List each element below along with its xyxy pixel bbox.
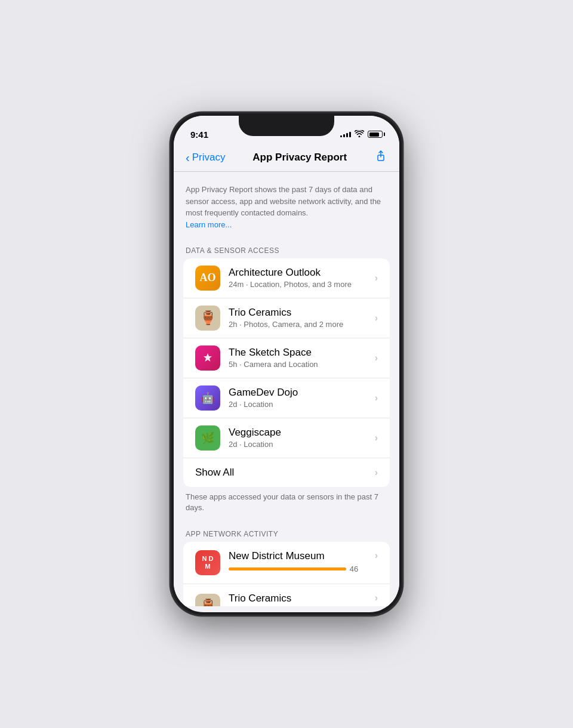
chevron-right-icon: › [375, 467, 378, 478]
volume-up-button [170, 196, 171, 217]
status-time: 9:41 [190, 129, 208, 140]
chevron-right-icon: › [375, 313, 378, 323]
chevron-right-icon: › [375, 273, 378, 283]
app-icon-veggie: 🌿 [195, 425, 220, 451]
wifi-icon [355, 130, 364, 139]
app-icon-ndm: N D M [195, 550, 220, 575]
app-name: Trio Ceramics [229, 307, 370, 319]
chevron-right-icon: › [375, 393, 378, 403]
app-subtitle: 2d · Location [229, 400, 370, 409]
item-text: GameDev Dojo 2d · Location [229, 387, 370, 409]
page-title: App Privacy Report [252, 152, 347, 164]
network-activity-header: APP NETWORK ACTIVITY [174, 523, 399, 542]
list-item[interactable]: 🏺 Trio Ceramics 30 › [183, 584, 390, 606]
back-button[interactable]: ‹ Privacy [186, 152, 225, 164]
data-sensor-section: DATA & SENSOR ACCESS AO Architecture Out… [174, 239, 399, 523]
back-label: Privacy [192, 152, 226, 164]
list-item[interactable]: AO Architecture Outlook 24m · Location, … [183, 258, 390, 298]
show-all-label: Show All [195, 467, 234, 479]
app-subtitle: 24m · Location, Photos, and 3 more [229, 280, 370, 289]
back-chevron-icon: ‹ [186, 152, 190, 164]
volume-down-button [170, 224, 171, 246]
network-activity-list: N D M New District Museum 46 [183, 542, 390, 606]
network-count: 46 [350, 564, 362, 573]
app-name: Architecture Outlook [229, 267, 370, 279]
status-icons [340, 130, 383, 139]
item-text: Trio Ceramics 30 [229, 593, 370, 606]
list-item[interactable]: 🌿 Veggiscape 2d · Location › [183, 418, 390, 458]
app-icon-trio-network: 🏺 [195, 594, 220, 606]
app-subtitle: 5h · Camera and Location [229, 360, 370, 369]
app-name: Trio Ceramics [229, 593, 370, 604]
nav-bar: ‹ Privacy App Privacy Report [174, 144, 399, 172]
app-icon-trio: 🏺 [195, 306, 220, 331]
battery-icon [368, 131, 383, 138]
list-item[interactable]: N D M New District Museum 46 [183, 542, 390, 584]
share-button[interactable] [374, 149, 387, 165]
item-text: Architecture Outlook 24m · Location, Pho… [229, 267, 370, 289]
chevron-right-icon: › [375, 593, 378, 603]
item-text: Trio Ceramics 2h · Photos, Camera, and 2… [229, 307, 370, 329]
data-sensor-header: DATA & SENSOR ACCESS [174, 239, 399, 258]
show-all-button[interactable]: Show All › [183, 458, 390, 487]
description-section: App Privacy Report shows the past 7 days… [174, 172, 399, 239]
description-text: App Privacy Report shows the past 7 days… [186, 185, 381, 217]
app-subtitle: 2h · Photos, Camera, and 2 more [229, 320, 370, 329]
chevron-right-icon: › [375, 353, 378, 363]
app-name: GameDev Dojo [229, 387, 370, 399]
network-bar [229, 567, 346, 570]
app-name: New District Museum [229, 550, 370, 562]
app-name: The Sketch Space [229, 347, 370, 359]
power-button [402, 208, 403, 243]
chevron-right-icon: › [375, 433, 378, 443]
list-item[interactable]: 🏺 Trio Ceramics 2h · Photos, Camera, and… [183, 298, 390, 338]
phone-screen: 9:41 [174, 116, 399, 612]
item-text: New District Museum 46 [229, 550, 370, 573]
signal-icon [340, 132, 351, 137]
app-name: Veggiscape [229, 427, 370, 439]
app-icon-sketch [195, 346, 220, 371]
learn-more-link[interactable]: Learn more... [186, 220, 232, 229]
app-icon-architecture: AO [195, 266, 220, 291]
app-subtitle: 2d · Location [229, 440, 370, 449]
phone-device: 9:41 [170, 112, 403, 616]
app-icon-gamedev: 🤖 [195, 385, 220, 411]
item-text: Veggiscape 2d · Location [229, 427, 370, 449]
data-sensor-footer: These apps accessed your data or sensors… [174, 487, 399, 523]
notch [239, 116, 334, 136]
content-area: App Privacy Report shows the past 7 days… [174, 172, 399, 606]
network-bar-container: 46 [229, 564, 370, 573]
item-text: The Sketch Space 5h · Camera and Locatio… [229, 347, 370, 369]
data-sensor-list: AO Architecture Outlook 24m · Location, … [183, 258, 390, 487]
network-activity-section: APP NETWORK ACTIVITY N D M New District … [174, 523, 399, 606]
list-item[interactable]: 🤖 GameDev Dojo 2d · Location › [183, 378, 390, 418]
chevron-right-icon: › [375, 550, 378, 561]
list-item[interactable]: The Sketch Space 5h · Camera and Locatio… [183, 338, 390, 378]
